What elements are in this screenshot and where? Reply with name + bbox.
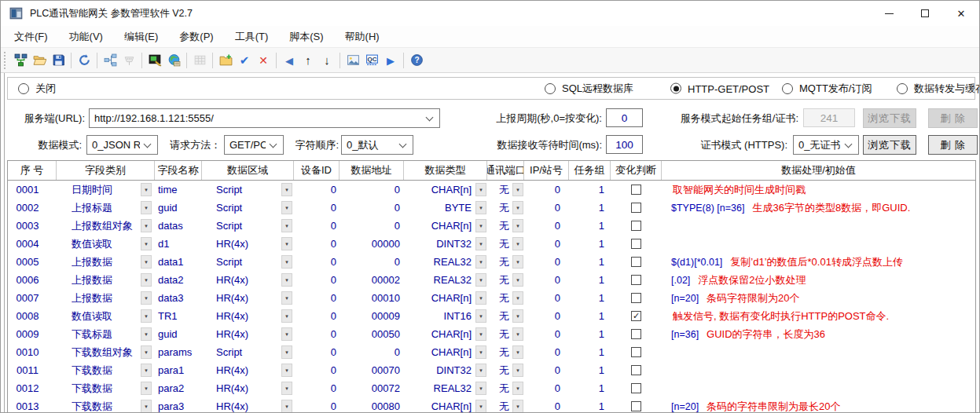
menu-item[interactable]: 脚本(S) (281, 26, 332, 48)
cell-data-processing[interactable]: 取智能网关的时间生成时间戳 (662, 181, 975, 199)
datatype-dropdown-button[interactable] (475, 291, 486, 305)
chevron-down-icon[interactable] (399, 140, 407, 148)
apply-icon[interactable] (235, 51, 254, 70)
radio-icon[interactable] (897, 83, 908, 94)
chevron-down-icon[interactable] (845, 140, 853, 148)
region-dropdown-button[interactable] (281, 273, 292, 287)
cell-task-group[interactable]: 1 (569, 235, 611, 253)
cell-task-group[interactable]: 1 (569, 397, 611, 413)
help-icon[interactable]: ? (407, 51, 426, 70)
menu-item[interactable]: 帮助(H) (336, 26, 388, 48)
region-dropdown-button[interactable] (281, 309, 292, 323)
port-dropdown-button[interactable] (512, 400, 523, 413)
cell-change-flag[interactable] (611, 253, 662, 271)
network-config-icon[interactable] (11, 51, 30, 70)
cell-data-address[interactable]: 00080 (340, 397, 404, 413)
cell-category[interactable]: 下载数据 (57, 361, 155, 379)
cell-ip-station[interactable]: 0 (524, 361, 569, 379)
category-dropdown-button[interactable] (141, 400, 152, 413)
cell-category[interactable]: 下载标题 (57, 325, 155, 343)
cell-category[interactable]: 上报数据 (57, 289, 155, 307)
menu-item[interactable]: 工具(T) (226, 26, 277, 48)
datatype-dropdown-button[interactable] (475, 345, 486, 359)
cell-data-type[interactable]: REAL32 (404, 271, 487, 289)
cell-data-type[interactable]: DINT32 (404, 235, 487, 253)
cell-data-type[interactable]: CHAR[n] (404, 397, 487, 413)
cell-comm-port[interactable]: 无 (487, 397, 524, 413)
region-dropdown-button[interactable] (281, 219, 292, 232)
cell-seq[interactable]: 0011 (8, 361, 57, 379)
cell-data-processing[interactable] (662, 379, 975, 397)
cell-seq[interactable]: 0012 (8, 379, 57, 397)
new-task-icon[interactable] (216, 51, 235, 70)
cell-data-region[interactable]: HR(4x) (202, 397, 294, 413)
radio-icon[interactable] (545, 83, 556, 94)
cell-seq[interactable]: 0003 (8, 217, 57, 235)
cell-device-id[interactable]: 0 (294, 181, 340, 199)
category-dropdown-button[interactable] (141, 237, 152, 250)
cell-change-flag[interactable] (611, 217, 662, 235)
change-checkbox[interactable] (631, 329, 641, 339)
category-dropdown-button[interactable] (141, 273, 152, 287)
cell-data-region[interactable]: Script (202, 253, 294, 271)
char-order-dropdown[interactable]: 0_默认 (341, 135, 413, 155)
datatype-dropdown-button[interactable] (475, 382, 486, 395)
cell-ip-station[interactable]: 0 (524, 343, 569, 361)
cert-delete-button[interactable]: 删 除 (928, 135, 978, 155)
region-dropdown-button[interactable] (281, 237, 292, 250)
cell-ip-station[interactable]: 0 (524, 253, 569, 271)
grid-icon[interactable] (190, 51, 209, 70)
cell-change-flag[interactable] (611, 289, 662, 307)
cell-data-processing[interactable] (662, 343, 975, 361)
cell-device-id[interactable]: 0 (294, 289, 340, 307)
receive-wait-input[interactable] (606, 135, 643, 154)
category-dropdown-button[interactable] (141, 364, 152, 377)
change-checkbox[interactable] (631, 239, 641, 249)
cell-data-type[interactable]: REAL32 (404, 379, 487, 397)
qc-icon[interactable]: QC (362, 51, 381, 70)
cell-data-address[interactable]: 0 (340, 343, 404, 361)
change-checkbox[interactable] (631, 275, 641, 285)
cert-browse-download-button[interactable]: 浏览下载 (863, 135, 916, 155)
cell-comm-port[interactable]: 无 (487, 253, 524, 271)
cell-change-flag[interactable] (611, 361, 662, 379)
cell-device-id[interactable]: 0 (294, 253, 340, 271)
datatype-dropdown-button[interactable] (475, 237, 486, 250)
region-dropdown-button[interactable] (281, 255, 292, 269)
port-dropdown-button[interactable] (512, 237, 523, 250)
region-dropdown-button[interactable] (281, 364, 292, 377)
cell-seq[interactable]: 0006 (8, 271, 57, 289)
cell-data-type[interactable]: CHAR[n] (404, 181, 487, 199)
port-dropdown-button[interactable] (512, 201, 523, 214)
cell-device-id[interactable]: 0 (294, 379, 340, 397)
data-mode-dropdown[interactable]: 0_JSON Raw (86, 135, 158, 155)
cell-field-name[interactable]: guid (155, 325, 202, 343)
cell-data-processing[interactable]: $TYPE(8) [n=36]生成36字节的类型8数据，即GUID. (662, 199, 975, 217)
radio-icon[interactable] (670, 83, 681, 94)
cell-data-type[interactable]: CHAR[n] (404, 343, 487, 361)
cell-comm-port[interactable]: 无 (487, 217, 524, 235)
cell-device-id[interactable]: 0 (294, 325, 340, 343)
port-dropdown-button[interactable] (512, 273, 523, 287)
cell-field-name[interactable]: data1 (155, 253, 202, 271)
cell-data-address[interactable]: 0 (340, 217, 404, 235)
device-screen-icon[interactable] (145, 51, 164, 70)
request-method-dropdown[interactable]: GET/POST (224, 135, 284, 155)
port-dropdown-button[interactable] (512, 382, 523, 395)
cell-field-name[interactable]: guid (155, 199, 202, 217)
cell-data-address[interactable]: 00070 (340, 361, 404, 379)
cell-data-region[interactable]: HR(4x) (202, 289, 294, 307)
cell-data-processing[interactable]: [n=20]条码字符限制为20个 (662, 289, 975, 307)
cell-data-type[interactable]: CHAR[n] (404, 289, 487, 307)
cell-device-id[interactable]: 0 (294, 217, 340, 235)
cell-ip-station[interactable]: 0 (524, 181, 569, 199)
cell-seq[interactable]: 0002 (8, 199, 57, 217)
cell-field-name[interactable]: para3 (155, 397, 202, 413)
cell-change-flag[interactable] (611, 307, 662, 325)
toolbar-grip[interactable] (4, 52, 8, 69)
cell-ip-station[interactable]: 0 (524, 397, 569, 413)
cell-data-region[interactable]: Script (202, 217, 294, 235)
report-period-input[interactable] (606, 108, 643, 127)
close-button[interactable]: ✕ (943, 1, 979, 26)
cell-data-type[interactable]: CHAR[n] (404, 217, 487, 235)
